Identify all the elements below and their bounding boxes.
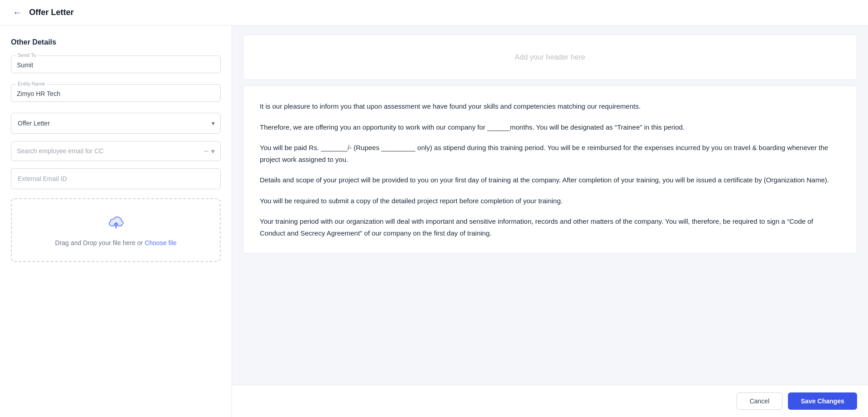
letter-paragraph-2: Therefore, we are offering you an opport… [260, 121, 840, 133]
main-content: Other Details Send To Entity Name Offer … [0, 25, 868, 417]
letter-type-wrapper: Offer Letter Experience Letter Relieving… [11, 113, 221, 134]
upload-icon [21, 214, 211, 234]
back-button[interactable]: ← [11, 6, 24, 19]
letter-paragraph-5: You will be required to submit a copy of… [260, 195, 840, 207]
letter-paragraph-6: Your training period with our organizati… [260, 216, 840, 239]
header-placeholder-text: Add your header here [515, 53, 585, 61]
external-email-input[interactable] [11, 169, 220, 189]
send-to-group: Send To [11, 55, 221, 73]
chevron-down-icon: ▾ [211, 147, 215, 156]
top-bar: ← Offer Letter [0, 0, 868, 25]
entity-name-label: Entity Name [16, 81, 47, 86]
send-to-input[interactable] [17, 60, 215, 69]
left-panel: Other Details Send To Entity Name Offer … [0, 25, 232, 417]
page-title: Offer Letter [29, 8, 74, 17]
send-to-wrapper: Send To [11, 55, 221, 73]
section-title: Other Details [11, 38, 221, 46]
letter-paragraph-1: It is our pleasure to inform you that up… [260, 100, 840, 112]
cc-search-wrapper: – ▾ [11, 141, 221, 161]
bottom-bar: Cancel Save Changes [232, 385, 868, 417]
send-to-label: Send To [16, 52, 38, 58]
cancel-button[interactable]: Cancel [737, 392, 783, 410]
cc-search-icons: – ▾ [204, 147, 215, 156]
letter-type-select[interactable]: Offer Letter Experience Letter Relieving… [11, 113, 220, 133]
letter-paragraph-3: You will be paid Rs. _______/- (Rupees _… [260, 142, 840, 165]
right-panel: Add your header here It is our pleasure … [232, 25, 868, 417]
letter-paragraph-4: Details and scope of your project will b… [260, 174, 840, 186]
entity-name-wrapper: Entity Name [11, 84, 221, 102]
save-changes-button[interactable]: Save Changes [788, 392, 857, 410]
external-email-wrapper [11, 168, 221, 189]
upload-text: Drag and Drop your file here or Choose f… [21, 239, 211, 246]
entity-name-group: Entity Name [11, 84, 221, 102]
letter-body: It is our pleasure to inform you that up… [243, 85, 857, 254]
letter-header[interactable]: Add your header here [243, 35, 857, 80]
choose-file-link[interactable]: Choose file [145, 239, 177, 246]
upload-area[interactable]: Drag and Drop your file here or Choose f… [11, 198, 221, 262]
cc-search-input[interactable] [17, 141, 204, 161]
entity-name-input[interactable] [17, 88, 215, 97]
minus-icon: – [204, 147, 208, 155]
